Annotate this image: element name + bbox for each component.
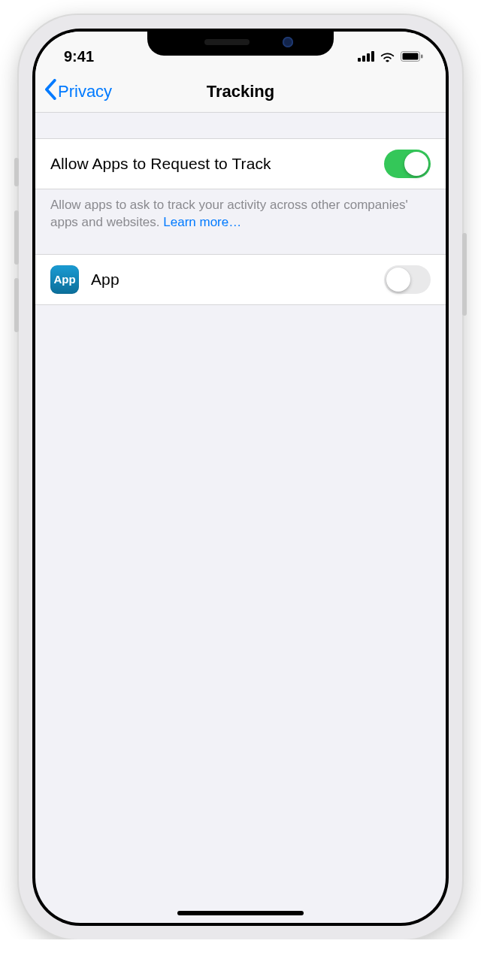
content: Allow Apps to Request to Track Allow app… <box>35 113 446 305</box>
learn-more-link[interactable]: Learn more… <box>163 215 241 229</box>
app-name-label: App <box>91 271 119 289</box>
cellular-signal-icon <box>358 51 374 62</box>
mute-switch <box>14 158 19 186</box>
toggle-knob-icon <box>404 152 428 176</box>
nav-header: Privacy Tracking <box>35 71 446 113</box>
chevron-left-icon <box>44 79 56 104</box>
back-button[interactable]: Privacy <box>44 79 112 104</box>
allow-tracking-label: Allow Apps to Request to Track <box>50 155 271 173</box>
phone-frame: 9:41 <box>19 15 462 939</box>
app-tracking-toggle[interactable] <box>384 265 431 294</box>
phone-bezel: 9:41 <box>32 29 449 926</box>
toggle-knob-icon <box>386 268 410 292</box>
allow-tracking-description: Allow apps to ask to track your activity… <box>35 189 446 254</box>
status-right <box>358 51 423 62</box>
svg-rect-2 <box>421 55 423 59</box>
allow-tracking-row: Allow Apps to Request to Track <box>35 138 446 189</box>
power-button <box>462 233 467 316</box>
app-tracking-row: App App <box>35 254 446 305</box>
home-indicator[interactable] <box>177 911 304 915</box>
app-icon: App <box>50 265 79 294</box>
volume-down-button <box>14 278 19 332</box>
earpiece-icon <box>204 39 250 45</box>
screen: 9:41 <box>35 32 446 923</box>
back-label: Privacy <box>58 82 112 101</box>
svg-rect-1 <box>403 53 419 60</box>
front-camera-icon <box>283 37 293 47</box>
status-time: 9:41 <box>64 48 94 65</box>
page-title: Tracking <box>207 82 274 101</box>
notch <box>147 29 334 56</box>
allow-tracking-toggle[interactable] <box>384 150 431 178</box>
wifi-icon <box>380 51 395 62</box>
volume-up-button <box>14 210 19 265</box>
battery-icon <box>401 51 423 62</box>
